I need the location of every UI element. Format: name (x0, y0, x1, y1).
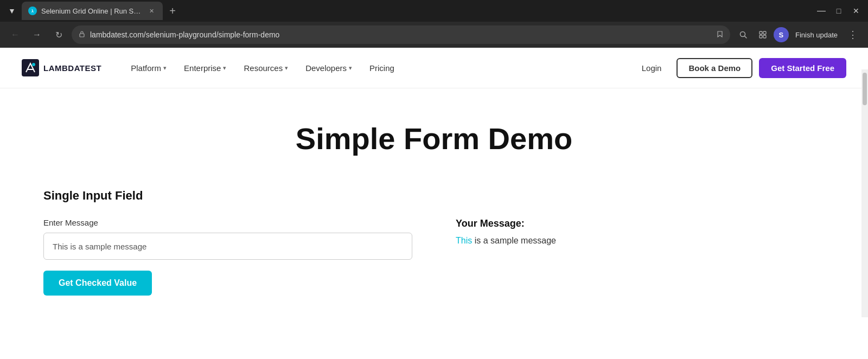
message-rest: is a sample message (472, 236, 556, 245)
message-input[interactable] (43, 233, 412, 260)
nav-item-resources[interactable]: Resources ▾ (236, 59, 296, 77)
browser-toolbar: ← → ↻ (0, 22, 868, 48)
chevron-down-icon: ▾ (163, 65, 167, 72)
your-message-label: Your Message: (456, 218, 825, 229)
browser-chrome: ▼ λ Selenium Grid Online | Run Sele ✕ + … (0, 0, 868, 48)
svg-point-10 (32, 63, 35, 66)
tab-close-button[interactable]: ✕ (146, 6, 156, 16)
tab-switcher-button[interactable]: ▼ (4, 3, 20, 18)
section-title: Single Input Field (43, 189, 825, 203)
svg-rect-5 (760, 31, 762, 34)
login-button[interactable]: Login (633, 59, 671, 77)
form-section: Enter Message Get Checked Value Your Mes… (43, 218, 825, 296)
svg-rect-2 (80, 34, 84, 37)
nav-item-platform[interactable]: Platform ▾ (123, 59, 174, 77)
chevron-down-icon: ▾ (349, 65, 352, 72)
site-nav: LAMBDATEST Platform ▾ Enterprise ▾ Resou… (0, 48, 868, 88)
nav-item-pricing[interactable]: Pricing (362, 59, 402, 77)
new-tab-button[interactable]: + (165, 3, 180, 18)
window-close-button[interactable]: ✕ (848, 3, 864, 18)
extensions-button[interactable] (754, 26, 771, 43)
active-tab[interactable]: λ Selenium Grid Online | Run Sele ✕ (22, 2, 163, 20)
bookmark-icon[interactable] (716, 30, 724, 40)
form-left: Enter Message Get Checked Value (43, 218, 412, 296)
main-content: Simple Form Demo Single Input Field Ente… (0, 88, 868, 317)
page-title: Simple Form Demo (43, 121, 825, 156)
back-button[interactable]: ← (7, 26, 24, 43)
scrollbar-thumb[interactable] (863, 73, 867, 105)
search-button[interactable] (735, 26, 752, 43)
window-minimize-button[interactable]: — (814, 3, 829, 18)
svg-rect-9 (22, 59, 39, 76)
svg-text:λ: λ (31, 9, 34, 13)
browser-menu-button[interactable]: ⋮ (844, 26, 861, 43)
logo-icon (22, 59, 39, 76)
tab-title: Selenium Grid Online | Run Sele (41, 7, 142, 15)
logo-area[interactable]: LAMBDATEST (22, 59, 101, 76)
chevron-down-icon: ▾ (223, 65, 226, 72)
address-bar-container (72, 25, 730, 44)
nav-items: Platform ▾ Enterprise ▾ Resources ▾ Deve… (123, 59, 633, 77)
tab-bar: ▼ λ Selenium Grid Online | Run Sele ✕ + … (0, 0, 868, 22)
message-highlighted: This (456, 236, 472, 245)
finish-update-button[interactable]: Finish update (791, 29, 842, 41)
profile-button[interactable]: S (774, 27, 789, 42)
svg-line-4 (744, 36, 746, 39)
svg-rect-7 (760, 35, 762, 38)
nav-item-developers[interactable]: Developers ▾ (298, 59, 360, 77)
logo-text: LAMBDATEST (43, 63, 101, 73)
reload-button[interactable]: ↻ (50, 26, 67, 43)
window-maximize-button[interactable]: □ (831, 3, 846, 18)
book-demo-button[interactable]: Book a Demo (676, 58, 752, 78)
page-wrapper: LAMBDATEST Platform ▾ Enterprise ▾ Resou… (0, 48, 868, 317)
forward-button[interactable]: → (28, 26, 46, 43)
tab-favicon: λ (28, 7, 37, 15)
scrollbar-track[interactable] (861, 69, 868, 317)
svg-rect-6 (763, 31, 766, 34)
get-started-button[interactable]: Get Started Free (759, 58, 846, 78)
form-label: Enter Message (43, 218, 412, 227)
message-output: This is a sample message (456, 236, 825, 246)
get-checked-value-button[interactable]: Get Checked Value (43, 271, 152, 296)
toolbar-right: S Finish update ⋮ (735, 26, 861, 43)
chevron-down-icon: ▾ (285, 65, 288, 72)
nav-right: Login Book a Demo Get Started Free (633, 58, 846, 78)
address-input[interactable] (90, 30, 712, 39)
security-icon (78, 30, 86, 40)
svg-rect-8 (763, 35, 766, 38)
nav-item-enterprise[interactable]: Enterprise ▾ (176, 59, 234, 77)
form-right: Your Message: This is a sample message (456, 218, 825, 246)
